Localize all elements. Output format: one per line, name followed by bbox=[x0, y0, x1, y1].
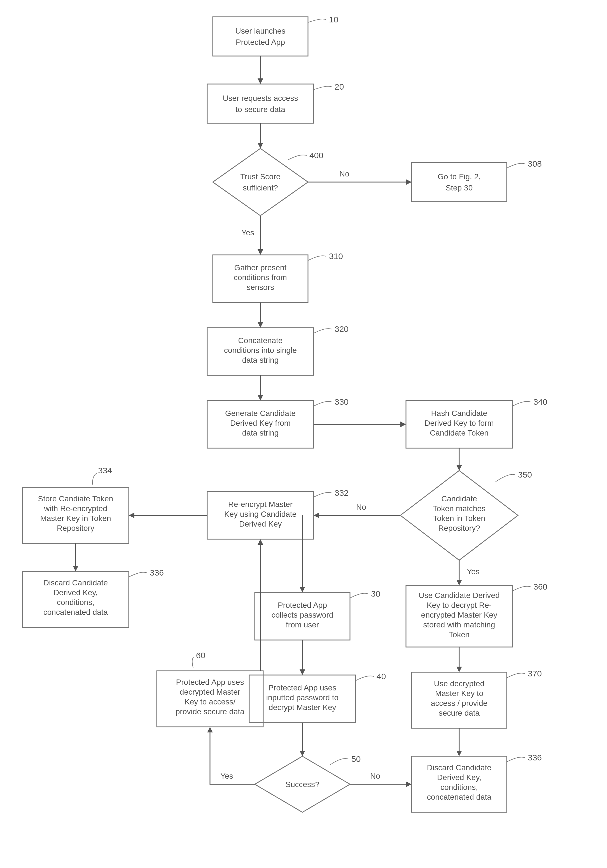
node-332: Re-encrypt Master Key using Candidate De… bbox=[207, 488, 348, 539]
text: Repository? bbox=[438, 524, 480, 532]
text: Protected App bbox=[278, 601, 327, 609]
node-340: Hash Candidate Derived Key to form Candi… bbox=[406, 397, 547, 448]
edge-label: Yes bbox=[220, 772, 233, 780]
text: inputted password to bbox=[266, 693, 339, 702]
svg-marker-36 bbox=[314, 513, 319, 518]
text: conditions, bbox=[57, 598, 94, 607]
edge-60-332 bbox=[258, 539, 263, 671]
text: sufficient? bbox=[243, 183, 278, 192]
label: 40 bbox=[376, 672, 386, 681]
svg-marker-20 bbox=[258, 78, 263, 84]
label: 340 bbox=[533, 397, 547, 406]
text: Trust Score bbox=[240, 172, 280, 181]
svg-rect-3 bbox=[412, 163, 507, 202]
svg-marker-24 bbox=[406, 179, 412, 185]
text: provide secure data bbox=[175, 707, 245, 716]
text: Token bbox=[449, 630, 470, 639]
label: 310 bbox=[329, 251, 343, 261]
label: 60 bbox=[196, 651, 205, 660]
svg-marker-32 bbox=[400, 422, 406, 427]
text: Discard Candidate bbox=[43, 578, 108, 587]
edge-50-60: Yes bbox=[207, 727, 255, 784]
edge-label: No bbox=[370, 772, 380, 780]
edge-340-350 bbox=[456, 448, 462, 471]
text: Protected App uses bbox=[176, 678, 244, 687]
text: collects password bbox=[272, 611, 333, 619]
edge-50-336b: No bbox=[350, 772, 412, 787]
text: Candidate bbox=[441, 494, 477, 503]
text: Repository bbox=[57, 524, 94, 532]
text: conditions into single bbox=[224, 346, 297, 355]
text: Protected App bbox=[236, 38, 285, 46]
label: 320 bbox=[334, 324, 348, 333]
text: conditions from bbox=[234, 273, 287, 282]
svg-marker-54 bbox=[406, 781, 412, 787]
text: to secure data bbox=[235, 105, 285, 114]
svg-marker-38 bbox=[456, 580, 462, 585]
text: Go to Fig. 2, bbox=[438, 172, 481, 181]
node-334: Store Candiate Token with Re-encrypted M… bbox=[22, 466, 129, 543]
label: 20 bbox=[334, 82, 344, 91]
text: Master Key in Token bbox=[40, 514, 111, 522]
edge-label: No bbox=[356, 503, 366, 512]
text: Token in Token bbox=[433, 514, 485, 522]
node-370: Use decrypted Master Key to access / pro… bbox=[412, 669, 542, 728]
text: Generate Candidate bbox=[225, 409, 296, 418]
text: sensors bbox=[247, 283, 274, 291]
label: 360 bbox=[533, 582, 547, 591]
flowchart: User launches Protected App 10 User requ… bbox=[0, 0, 607, 868]
text: secure data bbox=[439, 708, 480, 717]
label: 332 bbox=[334, 488, 348, 498]
svg-marker-2 bbox=[213, 149, 308, 215]
text: Gather present bbox=[234, 263, 287, 272]
text: decrypted Master bbox=[180, 688, 240, 696]
text: User launches bbox=[235, 26, 286, 35]
text: Derived Key, bbox=[437, 773, 481, 782]
label: 336 bbox=[150, 568, 164, 577]
text: Use decrypted bbox=[434, 679, 485, 688]
text: Candidate Token bbox=[430, 429, 489, 437]
svg-marker-34 bbox=[456, 465, 462, 471]
label: 334 bbox=[98, 466, 112, 475]
text: concatenated data bbox=[43, 608, 108, 617]
label: 350 bbox=[518, 470, 532, 479]
text: Token matches bbox=[433, 504, 486, 513]
svg-marker-50 bbox=[456, 751, 462, 756]
text: data string bbox=[242, 429, 279, 437]
label: 330 bbox=[334, 397, 348, 406]
edge-400-308: No bbox=[308, 169, 412, 185]
edge-330-340 bbox=[314, 422, 406, 427]
text: Use Candidate Derived bbox=[418, 591, 500, 600]
text: conditions, bbox=[440, 783, 478, 792]
text: Success? bbox=[285, 780, 319, 789]
text: stored with matching bbox=[423, 620, 495, 629]
text: Hash Candidate bbox=[431, 409, 488, 418]
edge-350no-30 bbox=[300, 515, 305, 592]
edge-310-320 bbox=[258, 302, 263, 328]
text: Store Candiate Token bbox=[38, 494, 113, 503]
node-360: Use Candidate Derived Key to decrypt Re-… bbox=[406, 582, 547, 647]
node-40: Protected App uses inputted password to … bbox=[249, 672, 386, 722]
text: access / provide bbox=[431, 699, 488, 707]
svg-marker-55 bbox=[207, 727, 213, 732]
label: 370 bbox=[528, 669, 542, 678]
edge-332-334 bbox=[129, 513, 207, 518]
text: Derived Key from bbox=[230, 419, 291, 428]
node-30: Protected App collects password from use… bbox=[255, 589, 380, 640]
text: Derived Key, bbox=[53, 588, 98, 597]
text: Concatenate bbox=[238, 336, 283, 345]
label: 50 bbox=[352, 754, 361, 764]
node-20: User requests access to secure data 20 bbox=[207, 82, 344, 123]
text: Derived Key bbox=[239, 519, 282, 528]
text: concatenated data bbox=[427, 793, 492, 801]
svg-rect-0 bbox=[213, 17, 308, 56]
text: Derived Key to form bbox=[424, 419, 494, 428]
edge-334-336a bbox=[73, 543, 78, 571]
node-336a: Discard Candidate Derived Key, condition… bbox=[22, 568, 164, 628]
edge-label: Yes bbox=[467, 567, 480, 576]
edge-320-330 bbox=[258, 375, 263, 400]
text: data string bbox=[242, 356, 279, 364]
svg-rect-1 bbox=[207, 84, 314, 123]
text: decrypt Master Key bbox=[268, 703, 336, 712]
svg-marker-28 bbox=[258, 322, 263, 328]
